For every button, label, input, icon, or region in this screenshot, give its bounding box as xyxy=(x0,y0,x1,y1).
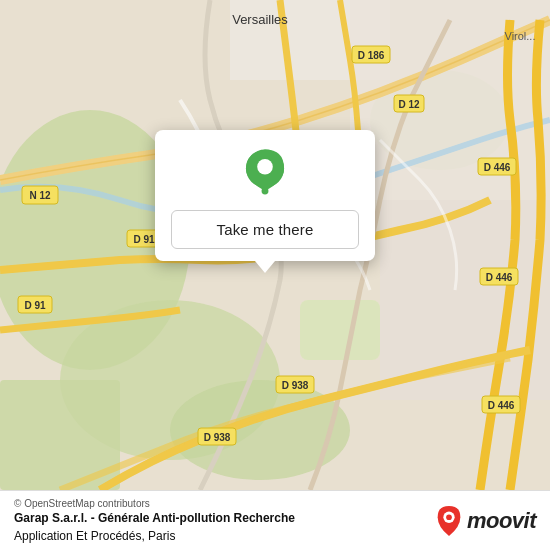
osm-attribution: © OpenStreetMap contributors xyxy=(14,498,435,509)
place-city: Application Et Procédés, Paris xyxy=(14,529,435,543)
popup-card: Take me there xyxy=(155,130,375,261)
take-me-there-button[interactable]: Take me there xyxy=(171,210,359,249)
svg-point-33 xyxy=(257,159,273,175)
moovit-logo: moovit xyxy=(435,504,536,538)
footer-bar: © OpenStreetMap contributors Garap S.a.r… xyxy=(0,490,550,550)
svg-text:D 446: D 446 xyxy=(484,162,511,173)
footer-left: © OpenStreetMap contributors Garap S.a.r… xyxy=(14,498,435,543)
moovit-label: moovit xyxy=(467,508,536,534)
svg-text:D 446: D 446 xyxy=(486,272,513,283)
svg-text:N 12: N 12 xyxy=(29,190,51,201)
svg-text:D 938: D 938 xyxy=(204,432,231,443)
svg-text:Versailles: Versailles xyxy=(232,12,288,27)
svg-text:D 938: D 938 xyxy=(282,380,309,391)
svg-point-36 xyxy=(446,514,452,520)
svg-text:D 186: D 186 xyxy=(358,50,385,61)
svg-text:D 91: D 91 xyxy=(133,234,155,245)
svg-text:D 12: D 12 xyxy=(398,99,420,110)
svg-text:D 91: D 91 xyxy=(24,300,46,311)
svg-text:Virol...: Virol... xyxy=(505,30,536,42)
svg-point-34 xyxy=(262,188,269,195)
map-container: N 12 D 91 D 91 D 186 D 12 D 446 D 446 D … xyxy=(0,0,550,490)
place-name: Garap S.a.r.l. - Générale Anti-pollution… xyxy=(14,511,435,527)
svg-point-5 xyxy=(170,380,350,480)
moovit-pin-icon xyxy=(435,504,463,538)
svg-rect-2 xyxy=(300,300,380,360)
svg-text:D 446: D 446 xyxy=(488,400,515,411)
location-pin-icon xyxy=(239,146,291,198)
